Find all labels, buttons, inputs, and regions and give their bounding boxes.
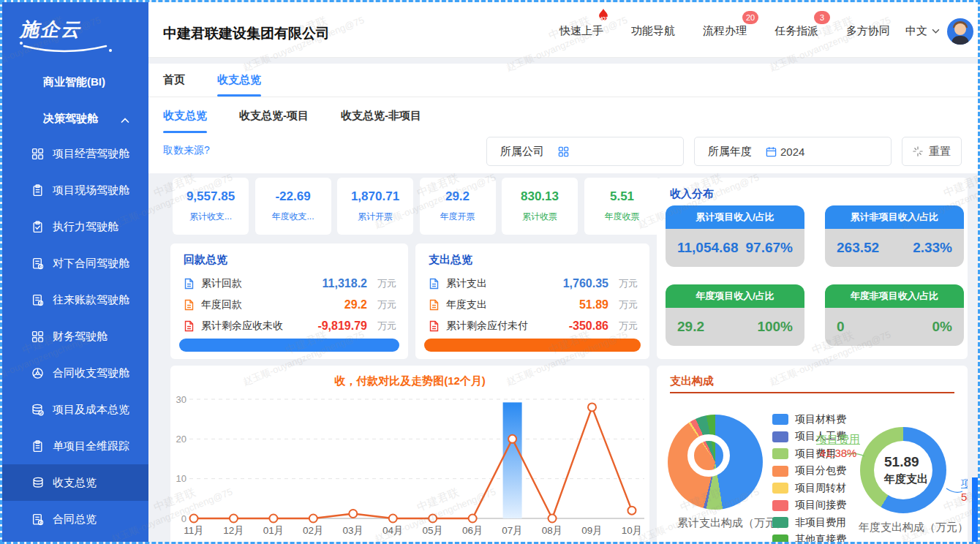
nav-item-2[interactable]: 20流程办理 — [703, 24, 747, 38]
doc-gear-icon — [31, 257, 44, 270]
logo-text: 施企云 — [20, 18, 81, 40]
stat-card-2: 1,870.71 累计开票 — [337, 178, 413, 235]
row-value: -350.86 — [569, 320, 608, 333]
income-card-header: 年度非项目收入/占比 — [825, 284, 964, 308]
breadcrumb-tab-1[interactable]: 收支总览 — [217, 64, 261, 97]
grid-icon — [31, 330, 44, 343]
svg-text:04月: 04月 — [382, 525, 404, 536]
legend-label: 其他直接费 — [795, 533, 846, 544]
company-filter-label: 所属公司 — [487, 145, 558, 159]
top-nav: HOT 快速上手功能导航20流程办理3任务指派多方协同 — [559, 24, 890, 38]
overview-row: 累计剩余应收未收 -9,819.79 万元 — [184, 315, 396, 336]
sidebar-group-decision[interactable]: 决策驾驶舱 — [2, 106, 148, 131]
stat-label: 累计收支... — [173, 211, 249, 223]
sidebar-item-6[interactable]: 合同收支驾驶舱 — [2, 355, 148, 391]
main-area: 中建君联建设集团有限公司 HOT 快速上手功能导航20流程办理3任务指派多方协同… — [148, 2, 978, 542]
year-filter[interactable]: 所属年度 2024 — [694, 137, 892, 166]
sidebar-item-5[interactable]: 财务驾驶舱 — [2, 318, 148, 355]
stat-value: 1,870.71 — [337, 189, 413, 204]
nav-item-3[interactable]: 3任务指派 — [774, 24, 818, 38]
nav-item-1[interactable]: 功能导航 — [631, 24, 675, 38]
overview-row: 年度回款 29.2 万元 — [184, 294, 396, 315]
chart-legend: 项目材料费 项目人工费 项目费用 项目分包费 项目周转材 项目间接费 非项目费用… — [772, 411, 846, 544]
sidebar-item-bi[interactable]: 商业智能(BI) — [2, 69, 148, 94]
data-source-link[interactable]: 取数来源? — [163, 144, 210, 157]
nav-item-4[interactable]: 多方协同 — [846, 24, 890, 38]
legend-item-5[interactable]: 项目间接费 — [772, 497, 846, 515]
collection-rows: 累计回款 11,318.2 万元 年度回款 29.2 万元 累计剩余应收未收 -… — [184, 273, 396, 336]
sidebar-item-0[interactable]: 项目经营驾驶舱 — [2, 135, 148, 172]
donut-caption: 累计支出构成（万元） — [677, 516, 787, 530]
legend-item-6[interactable]: 非项目费用 — [772, 514, 846, 532]
language-selector[interactable]: 中文 — [905, 24, 940, 38]
count-badge: 20 — [742, 11, 758, 24]
stat-card-0: 9,557.85 累计收支... — [173, 178, 249, 235]
sub-tab-0[interactable]: 收支总览 — [163, 98, 207, 133]
svg-text:0: 0 — [181, 513, 186, 524]
row-unit: 万元 — [608, 277, 638, 290]
sidebar-item-label: 项目及成本总览 — [53, 403, 129, 417]
reset-button[interactable]: 重置 — [902, 137, 962, 166]
sidebar: 施企云 商业智能(BI) 决策驾驶舱 项目经营驾驶舱 项目现场驾驶舱 执行力驾驶… — [2, 2, 148, 544]
file-icon — [184, 278, 195, 290]
filter-bar: 取数来源? 所属公司 — [148, 134, 978, 172]
file-icon — [184, 299, 195, 311]
org-grid-icon — [558, 146, 569, 157]
stat-card-5: 5.51 年度收票 — [584, 178, 660, 235]
sub-tab-1[interactable]: 收支总览-项目 — [239, 98, 309, 133]
nav-item-label: 功能导航 — [631, 24, 675, 37]
nav-item-label: 流程办理 — [703, 24, 747, 37]
svg-text:09月: 09月 — [581, 525, 603, 536]
file-icon — [429, 278, 440, 290]
panel-title: 回款总览 — [184, 253, 227, 267]
sidebar-item-10[interactable]: 合同总览 — [2, 501, 148, 537]
callout-project-fee: 项目费用 41.38% — [816, 433, 860, 459]
legend-item-0[interactable]: 项目材料费 — [772, 411, 846, 428]
company-filter[interactable]: 所属公司 — [486, 137, 684, 166]
income-card-pct: 0% — [932, 319, 952, 335]
svg-text:11月: 11月 — [184, 525, 204, 536]
sidebar-item-2[interactable]: 执行力驾驶舱 — [2, 208, 148, 245]
sidebar-item-4[interactable]: 往来账款驾驶舱 — [2, 282, 148, 318]
chevron-up-icon — [121, 113, 129, 126]
svg-text:07月: 07月 — [502, 525, 523, 536]
top-bar: 中建君联建设集团有限公司 HOT 快速上手功能导航20流程办理3任务指派多方协同… — [148, 2, 978, 58]
breadcrumb-tab-0[interactable]: 首页 — [163, 64, 185, 97]
nav-item-0[interactable]: HOT 快速上手 — [559, 24, 603, 38]
row-label: 年度支出 — [446, 298, 487, 311]
sidebar-item-8[interactable]: 单项目全维跟踪 — [2, 428, 148, 464]
svg-text:10: 10 — [176, 473, 186, 484]
sidebar-item-label: 收支总览 — [53, 476, 97, 490]
nav-item-label: 快速上手 — [559, 24, 603, 37]
grid-icon — [23, 113, 35, 125]
svg-text:10月: 10月 — [622, 525, 643, 536]
sidebar-item-1[interactable]: 项目现场驾驶舱 — [2, 172, 148, 208]
stat-value: 29.2 — [420, 189, 496, 204]
legend-item-3[interactable]: 项目分包费 — [772, 463, 846, 480]
avatar[interactable] — [947, 18, 973, 45]
sparkle-icon — [913, 146, 923, 156]
sidebar-item-label: 项目现场驾驶舱 — [53, 184, 129, 197]
row-value: 51.89 — [579, 298, 608, 311]
file-icon — [429, 320, 440, 332]
callout-material-fee: 项目材料费 58.62% — [961, 477, 968, 503]
row-value: 11,318.2 — [323, 277, 367, 290]
sidebar-item-3[interactable]: 对下合同驾驶舱 — [2, 245, 148, 282]
sub-tabs: 收支总览收支总览-项目收支总览-非项目 — [148, 98, 978, 133]
sidebar-item-9[interactable]: 收支总览 — [2, 464, 148, 501]
income-card-header: 累计项目收入/占比 — [666, 205, 804, 229]
breadcrumb-tabs: 首页收支总览 — [148, 64, 978, 97]
legend-label: 项目分包费 — [795, 464, 846, 477]
row-unit: 万元 — [367, 298, 396, 311]
sub-tab-2[interactable]: 收支总览-非项目 — [341, 98, 421, 133]
legend-label: 项目材料费 — [795, 413, 846, 426]
sidebar-item-7[interactable]: 项目及成本总览 — [2, 391, 148, 428]
language-label: 中文 — [905, 24, 927, 38]
legend-label: 项目周转材 — [795, 482, 846, 495]
legend-item-4[interactable]: 项目周转材 — [772, 480, 846, 497]
legend-item-7[interactable]: 其他直接费 — [772, 532, 846, 544]
stat-card-1: -22.69 年度收支... — [255, 178, 331, 235]
overview-row: 累计支出 1,760.35 万元 — [429, 273, 638, 294]
income-card-value: 0 — [837, 319, 845, 335]
scrollbar-thumb[interactable] — [972, 477, 978, 542]
